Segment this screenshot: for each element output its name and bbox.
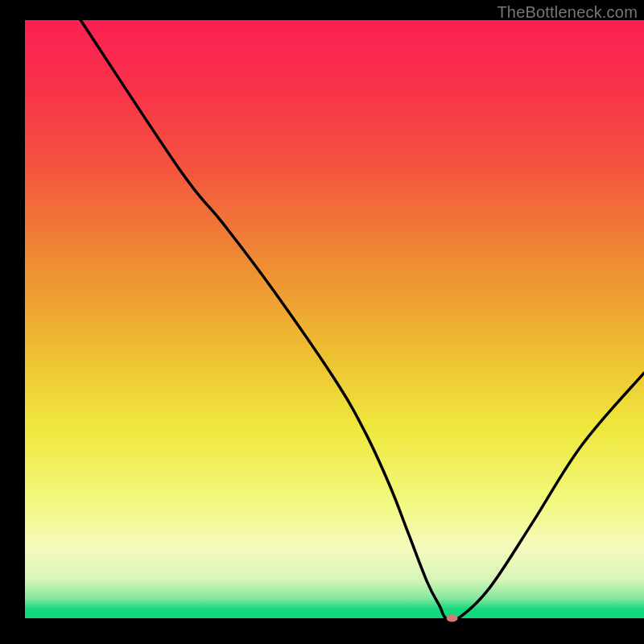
watermark-label: TheBottleneck.com [497,3,638,22]
bottleneck-chart [0,0,644,644]
plot-background [25,20,644,618]
optimum-marker [447,615,458,622]
